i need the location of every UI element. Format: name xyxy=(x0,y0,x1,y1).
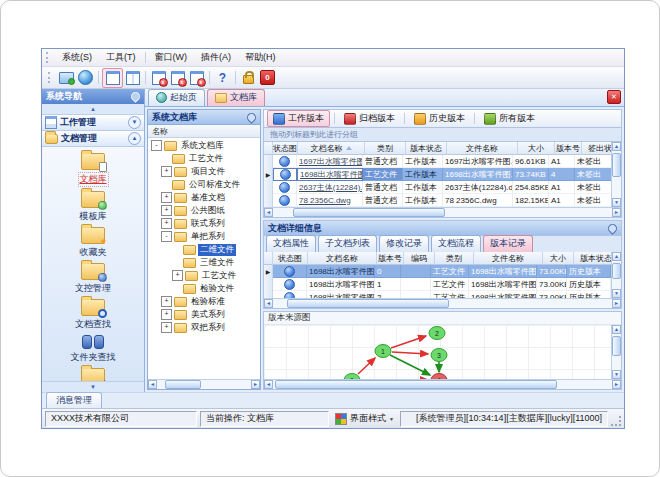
scroll-right-icon[interactable]: ► xyxy=(612,208,621,217)
scroll-left-icon[interactable]: ◄ xyxy=(264,208,273,217)
tree-node-selected[interactable]: 二维文件 xyxy=(148,243,260,256)
expand-icon[interactable]: + xyxy=(161,166,172,177)
expand-icon[interactable]: + xyxy=(172,270,183,281)
exit-button[interactable]: 0 xyxy=(258,69,277,87)
graph-node-3[interactable]: 3 xyxy=(431,349,447,362)
grid-group-area[interactable]: 拖动列标题到此进行分组 xyxy=(263,128,622,142)
tab-start-page[interactable]: 起始页 xyxy=(148,89,205,106)
sidebar-group-document[interactable]: 文档管理 ▲ xyxy=(42,131,144,147)
table-row[interactable]: 1697出水嘴零件图.dwg 普通文档 工作版本 1697出水嘴零件图.dwg … xyxy=(264,155,611,168)
sidebar-item-doc-search[interactable]: 文档查找 xyxy=(48,299,138,331)
tree-node-root[interactable]: -系统文档库 xyxy=(148,139,260,152)
column-header[interactable]: 文件名称 xyxy=(447,142,518,155)
scroll-right-icon[interactable]: ► xyxy=(612,380,621,389)
table-row[interactable]: 1698出水嘴零件图.dwg 2 工艺文件 1698出水嘴零件图.dwg 73.… xyxy=(264,291,611,298)
help-button[interactable]: ? xyxy=(213,69,232,87)
document-link[interactable]: 1697出水嘴零件图.dwg xyxy=(299,156,363,167)
menu-plugins[interactable]: 插件(A) xyxy=(194,50,238,65)
menu-system[interactable]: 系统(S) xyxy=(55,50,99,65)
history-version-button[interactable]: 历史版本 xyxy=(409,111,470,126)
grid-vertical-scrollbar[interactable]: ▲ ▼ xyxy=(611,252,621,298)
scrollbar-thumb[interactable] xyxy=(612,153,621,177)
pin-icon[interactable] xyxy=(129,90,142,103)
window-view-button[interactable] xyxy=(102,68,123,88)
sidebar-item-document-library[interactable]: 文档库 xyxy=(48,153,138,187)
chevron-up-icon[interactable]: ▲ xyxy=(128,132,141,145)
tree-node[interactable]: +双把系列 xyxy=(148,321,260,334)
tab-doc-properties[interactable]: 文档属性 xyxy=(266,235,316,252)
expand-icon[interactable]: + xyxy=(161,309,172,320)
menu-help[interactable]: 帮助(H) xyxy=(238,50,283,65)
grid-vertical-scrollbar[interactable]: ▲ ▼ xyxy=(611,142,621,207)
column-header-sorted[interactable]: 文档名称 xyxy=(298,142,365,155)
scroll-left-icon[interactable]: ◄ xyxy=(264,380,273,389)
graph-node-0[interactable]: 0 xyxy=(344,374,360,380)
column-header[interactable]: 状态图 xyxy=(273,142,298,155)
tree-node[interactable]: 工艺文件 xyxy=(148,152,260,165)
tree-horizontal-scrollbar[interactable]: ◄ ► xyxy=(148,379,260,389)
column-header[interactable]: 版本号 xyxy=(377,252,404,265)
column-header[interactable]: 版本状态 xyxy=(406,142,447,155)
collapse-icon[interactable]: - xyxy=(151,140,162,151)
expand-icon[interactable]: + xyxy=(161,322,172,333)
scroll-up-icon[interactable]: ▲ xyxy=(612,252,621,261)
network-button[interactable] xyxy=(76,69,95,87)
close-window-button-3[interactable]: x xyxy=(187,69,206,87)
tab-version-records[interactable]: 版本记录 xyxy=(483,235,533,252)
tree-node[interactable]: +检验标准 xyxy=(148,295,260,308)
scroll-right-icon[interactable]: ► xyxy=(612,299,621,308)
working-version-button[interactable]: 工作版本 xyxy=(267,110,330,127)
column-header[interactable]: 版本状态 xyxy=(574,252,611,265)
close-tab-button[interactable]: ✕ xyxy=(607,90,621,104)
grid-horizontal-scrollbar[interactable]: ◄ ► xyxy=(264,207,621,217)
table-row[interactable]: 1698出水嘴零件图.dwg 1 工艺文件 1698出水嘴零件图.dwg 73.… xyxy=(264,278,611,291)
table-row[interactable]: 2637主体(12284).dwg 普通文档 工作版本 2637主体(12284… xyxy=(264,181,611,194)
column-header[interactable]: 版本号 xyxy=(555,142,582,155)
column-header[interactable]: 文档名称 xyxy=(308,252,377,265)
scroll-down-icon[interactable]: ▼ xyxy=(612,198,621,207)
document-link[interactable]: 78 2356C.dwg xyxy=(299,196,351,205)
column-header[interactable]: 大小 xyxy=(543,252,574,265)
tree-node[interactable]: +基准文档 xyxy=(148,191,260,204)
sidebar-item-template-library[interactable]: 模板库 xyxy=(48,191,138,223)
chevron-down-icon[interactable]: ▼ xyxy=(128,116,141,129)
scroll-down-icon[interactable]: ▼ xyxy=(612,289,621,298)
expand-icon[interactable]: + xyxy=(161,296,172,307)
tree-node[interactable]: 公司标准文件 xyxy=(148,178,260,191)
tree-node[interactable]: +联式系列 xyxy=(148,217,260,230)
menu-window[interactable]: 窗口(W) xyxy=(148,50,195,65)
archived-version-button[interactable]: 归档版本 xyxy=(339,111,400,126)
graph-horizontal-scrollbar[interactable]: ◄ ► xyxy=(264,379,621,389)
collapse-icon[interactable]: - xyxy=(161,231,172,242)
sidebar-item-folder-search[interactable]: 文件夹查找 xyxy=(48,335,138,364)
table-row-selected[interactable]: ▶ 1698出水嘴零件图.dwg 0 工艺文件 1698出水嘴零件图.dwg 7… xyxy=(264,265,611,278)
grid-horizontal-scrollbar[interactable]: ◄ ► xyxy=(264,298,621,308)
column-header[interactable]: 编码 xyxy=(404,252,435,265)
tab-doc-flow[interactable]: 文档流程 xyxy=(431,235,481,252)
tree-node[interactable]: +美式系列 xyxy=(148,308,260,321)
scroll-left-icon[interactable]: ◄ xyxy=(264,299,273,308)
scrollbar-thumb[interactable] xyxy=(287,299,449,308)
column-header[interactable]: 大小 xyxy=(518,142,555,155)
scrollbar-thumb[interactable] xyxy=(293,208,445,217)
scrollbar-thumb[interactable] xyxy=(612,263,621,279)
close-window-button-1[interactable]: x xyxy=(149,69,168,87)
scrollbar-thumb[interactable] xyxy=(612,336,621,356)
pin-icon[interactable] xyxy=(606,222,619,235)
menu-tools[interactable]: 工具(T) xyxy=(99,50,143,65)
tree-node[interactable]: +工艺文件 xyxy=(148,269,260,282)
pin-icon[interactable] xyxy=(245,111,258,124)
graph-node-4[interactable]: 4 xyxy=(431,374,447,380)
graph-vertical-scrollbar[interactable]: ▲ ▼ xyxy=(611,325,621,379)
scrollbar-thumb[interactable] xyxy=(275,380,557,389)
lock-button[interactable] xyxy=(239,69,258,87)
sidebar-item-doc-control[interactable]: 文控管理 xyxy=(48,263,138,295)
scroll-up-icon[interactable]: ▲ xyxy=(612,142,621,151)
scroll-left-icon[interactable]: ◄ xyxy=(148,380,157,389)
expand-icon[interactable]: + xyxy=(161,192,172,203)
sidebar-collapse-strip[interactable]: ▲ xyxy=(42,104,144,115)
tree-column-header[interactable]: 名称 xyxy=(148,125,260,138)
resize-grip[interactable] xyxy=(611,416,621,426)
column-header[interactable]: 状态图 xyxy=(273,252,308,265)
sidebar-item-checked-out-docs[interactable]: ✓ 签出的文档 xyxy=(48,368,138,381)
